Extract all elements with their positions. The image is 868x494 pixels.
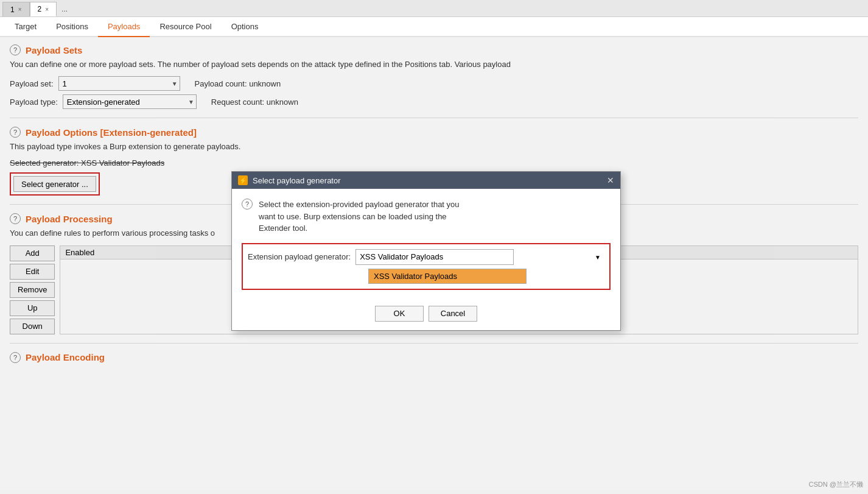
extension-select-wrapper: XSS Validator Payloads ▼	[355, 249, 604, 265]
nav-tab-payloads[interactable]: Payloads	[98, 17, 150, 37]
nav-tab-target[interactable]: Target	[5, 17, 46, 37]
tab-1[interactable]: 1 ×	[2, 2, 30, 16]
modal-lightning-icon: ⚡	[238, 175, 248, 185]
tab-2[interactable]: 2 ×	[30, 2, 57, 16]
modal-body: ? Select the extension-provided payload …	[232, 189, 620, 300]
extension-select[interactable]: XSS Validator Payloads	[355, 249, 514, 265]
modal-header-left: ⚡ Select payload generator	[238, 175, 341, 185]
modal-desc-line2: want to use. Burp extensions can be load…	[259, 211, 460, 223]
nav-tabs: Target Positions Payloads Resource Pool …	[0, 17, 868, 37]
modal-desc-line3: Extender tool.	[259, 222, 460, 235]
tab-bar: 1 × 2 × ...	[0, 0, 868, 17]
modal-desc-line1: Select the extension-provided payload ge…	[259, 199, 460, 211]
nav-tab-options[interactable]: Options	[222, 17, 268, 37]
tab-2-label: 2	[38, 5, 42, 13]
dropdown-container: XSS Validator Payloads	[368, 269, 527, 284]
dropdown-list: XSS Validator Payloads	[368, 269, 604, 284]
tab-1-label: 1	[10, 5, 15, 14]
modal-title: Select payload generator	[253, 176, 341, 185]
modal-dialog: ⚡ Select payload generator ✕ ? Select th…	[231, 171, 621, 331]
nav-resource-pool-label: Resource Pool	[159, 22, 211, 31]
nav-payloads-label: Payloads	[108, 22, 140, 31]
modal-desc-text: Select the extension-provided payload ge…	[259, 199, 460, 235]
extension-select-arrow-icon: ▼	[595, 253, 601, 260]
modal-cancel-button[interactable]: Cancel	[429, 306, 477, 322]
dropdown-item-xss[interactable]: XSS Validator Payloads	[369, 269, 526, 283]
modal-close-button[interactable]: ✕	[607, 175, 614, 185]
tab-2-close[interactable]: ×	[45, 6, 49, 13]
modal-help-icon: ?	[242, 199, 253, 210]
nav-target-label: Target	[15, 22, 37, 31]
modal-desc-row: ? Select the extension-provided payload …	[242, 199, 611, 235]
extension-label-row: Extension payload generator: XSS Validat…	[248, 249, 604, 265]
tab-more[interactable]: ...	[57, 2, 72, 16]
modal-overlay[interactable]: ⚡ Select payload generator ✕ ? Select th…	[0, 37, 868, 490]
modal-header: ⚡ Select payload generator ✕	[232, 172, 620, 189]
tab-1-close[interactable]: ×	[18, 6, 22, 13]
nav-tab-positions[interactable]: Positions	[46, 17, 98, 37]
modal-footer: OK Cancel	[232, 300, 620, 330]
nav-positions-label: Positions	[56, 22, 88, 31]
dropdown-item-xss-label: XSS Validator Payloads	[374, 272, 457, 281]
nav-tab-resource-pool[interactable]: Resource Pool	[150, 17, 221, 37]
extension-label: Extension payload generator:	[248, 252, 351, 261]
nav-options-label: Options	[231, 22, 259, 31]
main-content: ? Payload Sets You can define one or mor…	[0, 37, 868, 490]
tab-dots-label: ...	[61, 5, 68, 13]
extension-select-box: Extension payload generator: XSS Validat…	[242, 243, 611, 290]
modal-ok-button[interactable]: OK	[375, 306, 424, 322]
